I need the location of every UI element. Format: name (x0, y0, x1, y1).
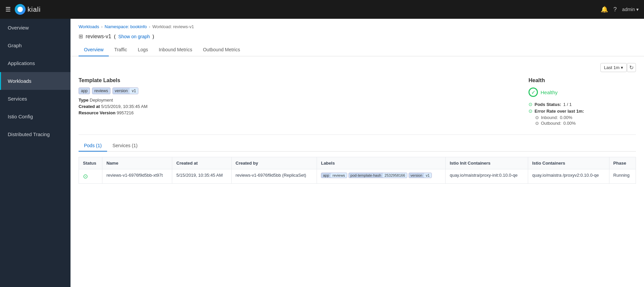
section-divider (79, 134, 636, 135)
workload-icon: ⊞ (79, 33, 83, 40)
label-tag-version: version v1 (112, 88, 138, 94)
sidebar-item-label: Overview (8, 25, 29, 31)
sidebar-item-istio-config[interactable]: Istio Config (0, 108, 71, 125)
created-at-line: Created at 5/15/2019, 10:35:45 AM (79, 104, 520, 109)
created-at-label: Created at (79, 104, 100, 109)
overview-grid: Template Labels app reviews version v1 (79, 77, 636, 126)
outbound-value: 0.00% (563, 121, 576, 126)
breadcrumb: Workloads › Namespace: bookinfo › Worklo… (71, 19, 644, 32)
col-istio-containers: Istio Containers (528, 157, 609, 169)
inbound-label: Inbound: (541, 115, 558, 120)
tab-overview[interactable]: Overview (79, 44, 109, 56)
app-body: Overview Graph Applications Workloads Se… (0, 19, 644, 287)
sidebar-item-applications[interactable]: Applications (0, 54, 71, 72)
table-header-row: Status Name Created at Created by Labels… (79, 157, 636, 169)
pod-label-app: app reviews (321, 173, 347, 178)
user-menu[interactable]: admin ▾ (622, 7, 639, 12)
time-selector-row: Last 1m ▾ ↻ (79, 63, 636, 72)
healthy-badge: ✓ Healthy (528, 88, 636, 97)
sidebar-item-label: Applications (8, 60, 35, 66)
label-tag-reviews: reviews (92, 88, 110, 94)
cell-status: ⊙ (79, 169, 102, 184)
nav-right: 🔔 ? admin ▾ (601, 6, 639, 13)
status-ok-icon: ⊙ (83, 173, 88, 180)
sidebar-item-workloads[interactable]: Workloads (0, 72, 71, 90)
error-rate-check-icon: ⊙ (528, 108, 533, 114)
sidebar-item-label: Workloads (8, 78, 32, 84)
user-dropdown-icon: ▾ (636, 7, 639, 12)
cell-name: reviews-v1-6976f9d5bb-xt97t (102, 169, 172, 184)
breadcrumb-workloads[interactable]: Workloads (79, 24, 99, 29)
pod-label-key-version: version (409, 173, 424, 178)
type-label: Type (79, 98, 88, 103)
created-at-value: 5/15/2019, 10:35:45 AM (101, 104, 147, 109)
sidebar-item-distributed-tracing[interactable]: Distributed Tracing (0, 125, 71, 143)
outbound-label: Outbound: (541, 121, 561, 126)
help-icon[interactable]: ? (613, 6, 617, 13)
main-content: Workloads › Namespace: bookinfo › Worklo… (71, 19, 644, 287)
top-navigation: ☰ kiali 🔔 ? admin ▾ (0, 0, 644, 19)
tab-logs[interactable]: Logs (132, 44, 153, 56)
sidebar-item-label: Graph (8, 43, 22, 48)
pod-label-key-app: app (321, 173, 331, 178)
logo-icon (15, 4, 26, 15)
notification-icon[interactable]: 🔔 (601, 6, 608, 13)
sub-tab-pods[interactable]: Pods (1) (79, 140, 107, 152)
type-line: Type Deployment (79, 98, 520, 103)
col-created-at: Created at (172, 157, 231, 169)
sidebar-item-label: Services (8, 96, 27, 102)
show-on-graph-link[interactable]: Show on graph (118, 34, 150, 39)
hamburger-menu-icon[interactable]: ☰ (5, 6, 11, 13)
time-selector-arrow: ▾ (621, 65, 623, 70)
pod-service-tabs: Pods (1) Services (1) (79, 140, 636, 152)
pod-label-version: version v1 (409, 173, 432, 178)
tab-traffic[interactable]: Traffic (109, 44, 132, 56)
sidebar-item-services[interactable]: Services (0, 90, 71, 108)
label-tag-app: app (79, 88, 90, 94)
pods-status-label: Pods Status: (535, 102, 561, 107)
pod-label-val-hash: 2532958166 (383, 173, 407, 178)
sidebar-item-overview[interactable]: Overview (0, 19, 71, 37)
time-selector-dropdown[interactable]: Last 1m ▾ (600, 63, 627, 72)
template-labels-title: Template Labels (79, 77, 520, 83)
cell-phase: Running (609, 169, 636, 184)
sidebar-item-label: Istio Config (8, 114, 33, 119)
content-area: Last 1m ▾ ↻ Template Labels app reviews (71, 56, 644, 190)
error-rate-line: ⊙ Error Rate over last 1m: (528, 108, 636, 114)
type-value: Deployment (90, 98, 113, 103)
logo-area: kiali (15, 4, 41, 15)
resource-version-value: 9957216 (117, 110, 134, 115)
logo-text: kiali (28, 6, 41, 13)
sub-tab-services[interactable]: Services (1) (107, 140, 143, 152)
breadcrumb-namespace[interactable]: Namespace: bookinfo (105, 24, 147, 29)
sidebar-item-graph[interactable]: Graph (0, 37, 71, 54)
resource-version-line: Resource Version 9957216 (79, 110, 520, 115)
pod-label-val-v1: v1 (424, 173, 431, 178)
error-rate-label: Error Rate over last 1m: (535, 109, 584, 114)
breadcrumb-sep-1: › (101, 24, 102, 29)
col-labels: Labels (317, 157, 445, 169)
tab-outbound-metrics[interactable]: Outbound Metrics (197, 44, 245, 56)
healthy-circle-icon: ✓ (528, 88, 538, 97)
pod-label-list: app reviews pod-template-hash 2532958166… (321, 173, 441, 179)
paren-close: ) (152, 34, 154, 39)
label-list: app reviews version v1 (79, 88, 520, 94)
cell-istio-containers: quay.io/maistra /proxyv2:0.10.0-qe (528, 169, 609, 184)
pods-status-line: ⊙ Pods Status: 1 / 1 (528, 102, 636, 107)
col-phase: Phase (609, 157, 636, 169)
pod-label-val-reviews: reviews (331, 173, 347, 178)
cell-istio-init: quay.io/maistra/proxy-init:0.10.0-qe (446, 169, 528, 184)
main-tabs: Overview Traffic Logs Inbound Metrics Ou… (71, 44, 644, 56)
col-name: Name (102, 157, 172, 169)
page-header: ⊞ reviews-v1 ( Show on graph ) (71, 32, 644, 44)
tab-inbound-metrics[interactable]: Inbound Metrics (153, 44, 198, 56)
label-key-reviews: reviews (92, 88, 110, 94)
page-title: reviews-v1 (86, 34, 111, 40)
pod-label-hash: pod-template-hash 2532958166 (349, 173, 407, 178)
sidebar: Overview Graph Applications Workloads Se… (0, 19, 71, 287)
inbound-check-icon: ⊙ (535, 115, 539, 120)
pods-status-value: 1 / 1 (563, 102, 571, 107)
pod-label-key-hash: pod-template-hash (349, 173, 383, 178)
cell-created-at: 5/15/2019, 10:35:45 AM (172, 169, 231, 184)
refresh-icon[interactable]: ↻ (627, 63, 636, 72)
